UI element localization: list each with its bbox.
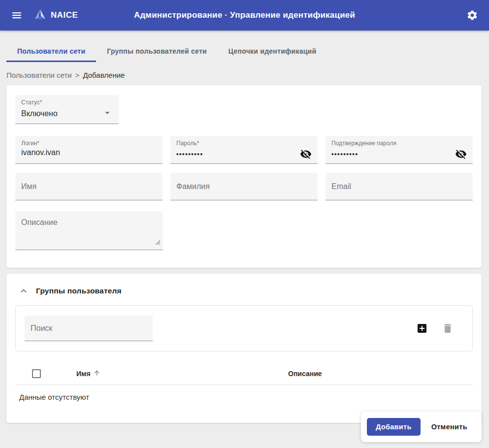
tab-label: Цепочки идентификаций: [228, 47, 316, 55]
user-groups-card: Группы пользователя Имя: [6, 274, 482, 423]
description-field: [15, 211, 163, 250]
names-row: [15, 173, 473, 200]
login-value: ivanov.ivan: [21, 148, 60, 157]
action-panel: Добавить Отменить: [361, 412, 482, 442]
tab-network-users[interactable]: Пользователи сети: [6, 41, 96, 62]
trash-icon[interactable]: [442, 322, 454, 334]
status-value: Включено: [21, 109, 58, 118]
status-label: Статус*: [21, 99, 113, 106]
tab-label: Группы пользователей сети: [107, 47, 207, 55]
login-label: Логин*: [21, 140, 157, 147]
gear-icon[interactable]: [465, 8, 479, 22]
column-header-name[interactable]: Имя: [76, 369, 288, 378]
chevron-up-icon[interactable]: [18, 286, 29, 296]
last-name-field: [170, 173, 318, 200]
user-form-card: Статус* Включено Логин* ivanov.ivan Паро…: [6, 85, 482, 268]
logo-triangle-icon: [33, 8, 47, 23]
first-name-field: [15, 173, 163, 200]
description-textarea[interactable]: [21, 218, 157, 246]
resize-handle-icon[interactable]: [155, 238, 161, 247]
cancel-button[interactable]: Отменить: [424, 418, 474, 436]
group-search-input[interactable]: [31, 324, 147, 333]
groups-table-header: Имя Описание: [15, 362, 473, 385]
tab-bar: Пользователи сети Группы пользователей с…: [0, 41, 489, 62]
app-bar: NAICE Администрирование · Управление иде…: [0, 0, 489, 31]
first-name-input[interactable]: [21, 182, 157, 191]
dropdown-arrow-icon: [102, 107, 113, 120]
password-field[interactable]: Пароль* •••••••••: [170, 136, 318, 164]
visibility-off-icon[interactable]: [300, 148, 312, 160]
password-label: Пароль*: [176, 140, 312, 147]
tab-network-user-groups[interactable]: Группы пользователей сети: [96, 41, 218, 62]
column-name-label: Имя: [76, 370, 91, 378]
groups-section-title: Группы пользователя: [36, 287, 122, 295]
email-input[interactable]: [331, 182, 467, 191]
groups-toolbar: [15, 305, 473, 352]
last-name-input[interactable]: [176, 182, 312, 191]
add-button[interactable]: Добавить: [367, 418, 421, 436]
password-confirm-value: •••••••••: [331, 149, 358, 159]
login-field[interactable]: Логин* ivanov.ivan: [15, 136, 163, 164]
select-all-cell: [32, 369, 76, 378]
credentials-row: Логин* ivanov.ivan Пароль* ••••••••• Под…: [15, 136, 473, 164]
table-empty-state: Данные отсутствуют: [15, 385, 473, 401]
app-window: NAICE Администрирование · Управление иде…: [0, 0, 489, 448]
password-value: •••••••••: [176, 149, 203, 159]
tab-label: Пользователи сети: [17, 47, 85, 55]
email-field: [326, 173, 473, 200]
groups-toolbar-icons: [416, 322, 463, 334]
brand-logo[interactable]: NAICE: [33, 8, 78, 23]
add-box-icon[interactable]: [416, 322, 428, 334]
column-header-description[interactable]: Описание: [288, 370, 473, 378]
hamburger-menu-icon[interactable]: [10, 8, 24, 22]
groups-section-header: Группы пользователя: [15, 286, 473, 296]
select-all-checkbox[interactable]: [32, 369, 41, 378]
status-select[interactable]: Статус* Включено: [15, 95, 119, 124]
breadcrumb-current: Добавление: [83, 71, 125, 79]
breadcrumb: Пользователи сети > Добавление: [0, 62, 489, 79]
password-confirm-label: Подтверждение пароля: [331, 140, 467, 147]
sort-asc-icon: [93, 369, 100, 378]
breadcrumb-separator: >: [75, 71, 80, 79]
column-description-label: Описание: [288, 370, 322, 378]
group-search-field: [25, 316, 153, 341]
breadcrumb-parent[interactable]: Пользователи сети: [6, 71, 72, 79]
visibility-off-icon[interactable]: [455, 148, 467, 160]
password-confirm-field[interactable]: Подтверждение пароля •••••••••: [326, 136, 473, 164]
brand-name: NAICE: [51, 10, 78, 20]
tab-identification-chains[interactable]: Цепочки идентификаций: [218, 41, 327, 62]
